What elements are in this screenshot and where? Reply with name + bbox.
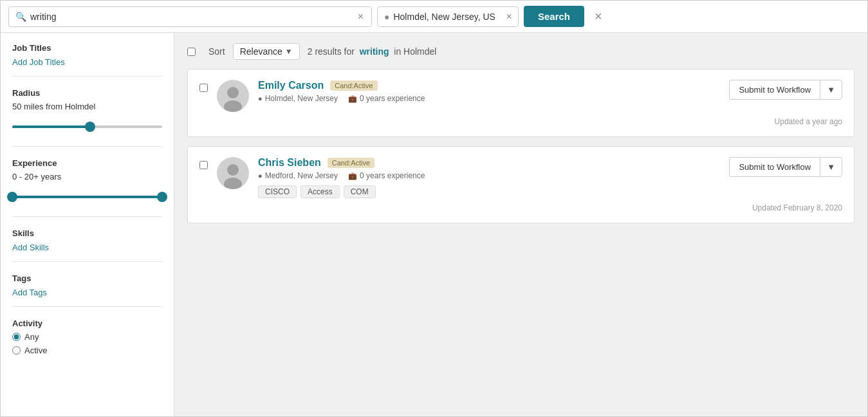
sort-label: Sort bbox=[208, 46, 225, 57]
radius-text: 50 miles from Holmdel bbox=[12, 102, 162, 111]
radius-slider-fill bbox=[12, 125, 90, 128]
candidate-card: Emily Carson Cand:Active ● Holmdel, New … bbox=[187, 69, 854, 137]
candidate-name[interactable]: Chris Sieben bbox=[258, 157, 321, 169]
card-top: Chris Sieben Cand:Active ● Medford, New … bbox=[199, 157, 842, 198]
svg-point-4 bbox=[227, 164, 239, 176]
add-tags-link[interactable]: Add Tags bbox=[12, 288, 47, 297]
radius-slider-track bbox=[12, 125, 162, 128]
radius-slider-thumb[interactable] bbox=[85, 122, 95, 132]
avatar bbox=[217, 80, 249, 112]
results-search-term: writing bbox=[360, 46, 389, 57]
sidebar-tags-section: Tags Add Tags bbox=[12, 273, 162, 307]
card-info: Emily Carson Cand:Active ● Holmdel, New … bbox=[258, 80, 720, 103]
tags-label: Tags bbox=[12, 273, 162, 283]
experience-slider-track bbox=[12, 196, 162, 198]
sort-selected-value: Relevance bbox=[240, 46, 282, 57]
workflow-dropdown-button[interactable]: ▼ bbox=[820, 80, 842, 100]
avatar-icon bbox=[217, 157, 249, 189]
briefcase-icon: 💼 bbox=[348, 172, 357, 180]
candidate-cards-container: Emily Carson Cand:Active ● Holmdel, New … bbox=[187, 69, 854, 223]
activity-option-any[interactable]: Any bbox=[12, 332, 162, 342]
workflow-dropdown-button[interactable]: ▼ bbox=[820, 157, 842, 177]
search-icon: 🔍 bbox=[15, 12, 26, 22]
location-input-wrap[interactable]: ● × bbox=[377, 6, 519, 27]
card-info: Chris Sieben Cand:Active ● Medford, New … bbox=[258, 157, 720, 198]
svg-point-1 bbox=[227, 87, 239, 98]
search-input[interactable] bbox=[30, 12, 356, 22]
activity-radio-any[interactable] bbox=[12, 333, 21, 341]
job-titles-label: Job Titles bbox=[12, 43, 162, 53]
card-actions: Submit to Workflow ▼ bbox=[729, 157, 842, 177]
card-footer: Updated February 8, 2020 bbox=[199, 203, 842, 212]
card-meta: ● Medford, New Jersey 💼 0 years experien… bbox=[258, 171, 720, 180]
candidate-location: ● Medford, New Jersey bbox=[258, 171, 338, 180]
card-meta: ● Holmdel, New Jersey 💼 0 years experien… bbox=[258, 94, 720, 103]
sidebar-skills-section: Skills Add Skills bbox=[12, 228, 162, 262]
experience-label: Experience bbox=[12, 158, 162, 168]
results-location-text: in Holmdel bbox=[394, 46, 436, 57]
search-input-wrap[interactable]: 🔍 × bbox=[8, 6, 372, 27]
submit-to-workflow-button[interactable]: Submit to Workflow bbox=[729, 157, 820, 177]
activity-label: Activity bbox=[12, 319, 162, 328]
main-area: Job Titles Add Job Titles Radius 50 mile… bbox=[1, 33, 867, 416]
candidate-experience: 💼 0 years experience bbox=[348, 94, 425, 103]
experience-slider-thumb-right[interactable] bbox=[157, 192, 167, 202]
content-area: Sort Relevance ▼ 2 results for writing i… bbox=[174, 33, 867, 416]
top-close-button[interactable]: × bbox=[595, 9, 602, 24]
candidate-name[interactable]: Emily Carson bbox=[258, 80, 324, 91]
add-skills-link[interactable]: Add Skills bbox=[12, 243, 49, 252]
location-pin-icon: ● bbox=[258, 172, 263, 180]
candidate-location: ● Holmdel, New Jersey bbox=[258, 94, 338, 103]
activity-radio-active[interactable] bbox=[12, 346, 21, 355]
card-actions: Submit to Workflow ▼ bbox=[729, 80, 842, 100]
search-button[interactable]: Search bbox=[524, 6, 584, 27]
location-input[interactable] bbox=[393, 12, 506, 22]
sidebar: Job Titles Add Job Titles Radius 50 mile… bbox=[1, 33, 174, 416]
experience-range-text: 0 - 20+ years bbox=[12, 172, 162, 181]
sort-select[interactable]: Relevance ▼ bbox=[233, 43, 300, 60]
location-clear-button[interactable]: × bbox=[506, 11, 512, 23]
results-count: 2 results for writing in Holmdel bbox=[308, 46, 437, 57]
submit-to-workflow-button[interactable]: Submit to Workflow bbox=[729, 80, 820, 100]
skill-tag: Access bbox=[300, 185, 340, 198]
select-all-checkbox[interactable] bbox=[187, 48, 196, 56]
candidate-badge: Cand:Active bbox=[330, 80, 377, 91]
app-container: 🔍 × ● × Search × Job Titles Add Job Titl… bbox=[0, 0, 868, 417]
results-header: Sort Relevance ▼ 2 results for writing i… bbox=[187, 43, 854, 60]
experience-slider-thumb-left[interactable] bbox=[7, 192, 17, 202]
sidebar-activity-section: Activity Any Active bbox=[12, 319, 162, 368]
skills-row: CISCOAccessCOM bbox=[258, 185, 720, 198]
sidebar-experience-section: Experience 0 - 20+ years bbox=[12, 158, 162, 217]
avatar-icon bbox=[217, 80, 249, 112]
sidebar-job-titles-section: Job Titles Add Job Titles bbox=[12, 43, 162, 77]
avatar bbox=[217, 157, 249, 189]
candidate-checkbox[interactable] bbox=[199, 84, 208, 92]
activity-radio-group: Any Active bbox=[12, 332, 162, 355]
candidate-checkbox[interactable] bbox=[199, 161, 208, 169]
activity-active-label: Active bbox=[24, 346, 47, 355]
candidate-card: Chris Sieben Cand:Active ● Medford, New … bbox=[187, 146, 854, 223]
add-job-titles-link[interactable]: Add Job Titles bbox=[12, 57, 65, 67]
radius-label: Radius bbox=[12, 88, 162, 98]
radius-slider[interactable] bbox=[12, 116, 162, 137]
card-name-row: Chris Sieben Cand:Active bbox=[258, 157, 720, 169]
sidebar-radius-section: Radius 50 miles from Holmdel bbox=[12, 88, 162, 147]
candidate-experience: 💼 0 years experience bbox=[348, 171, 425, 180]
card-top: Emily Carson Cand:Active ● Holmdel, New … bbox=[199, 80, 842, 112]
card-footer: Updated a year ago bbox=[199, 117, 842, 126]
briefcase-icon: 💼 bbox=[348, 95, 357, 103]
skill-tag: COM bbox=[344, 185, 376, 198]
top-bar: 🔍 × ● × Search × bbox=[1, 1, 867, 33]
location-pin-icon: ● bbox=[258, 95, 263, 102]
activity-option-active[interactable]: Active bbox=[12, 346, 162, 355]
location-icon: ● bbox=[384, 12, 389, 22]
card-name-row: Emily Carson Cand:Active bbox=[258, 80, 720, 91]
search-clear-button[interactable]: × bbox=[356, 11, 365, 23]
candidate-badge: Cand:Active bbox=[328, 158, 374, 168]
skill-tag: CISCO bbox=[258, 185, 297, 198]
activity-any-label: Any bbox=[24, 332, 39, 342]
experience-slider[interactable] bbox=[12, 187, 162, 207]
skills-label: Skills bbox=[12, 228, 162, 238]
sort-chevron-icon: ▼ bbox=[285, 47, 293, 56]
experience-slider-fill bbox=[12, 196, 162, 198]
